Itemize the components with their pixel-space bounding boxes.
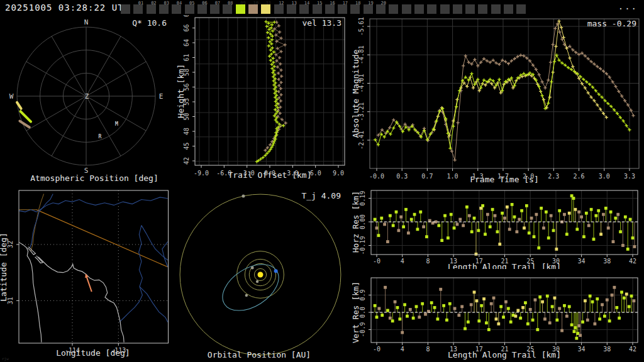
frame-box-14[interactable]: 14 — [299, 4, 309, 14]
y-tick: 66 — [183, 24, 190, 31]
frame-box[interactable] — [491, 4, 501, 14]
frame-box-04[interactable]: 04 — [172, 4, 181, 14]
frame-box[interactable] — [478, 4, 487, 14]
meteor-streaks — [17, 102, 31, 128]
grid — [371, 190, 638, 255]
frame-box-12[interactable]: 12 — [274, 4, 284, 14]
x-tick: 4 — [401, 346, 404, 353]
status-bar: 20251005 03:28:22 UTC 010203040506070809… — [0, 0, 644, 15]
lightcurve-cam10 — [377, 22, 635, 162]
x-tick: 34 — [578, 258, 586, 265]
y-tick: 61 — [183, 53, 190, 61]
frame-box-17[interactable]: 17 — [338, 4, 347, 14]
y-tick: 48 — [183, 128, 190, 135]
frame-box-label: 18 — [355, 1, 360, 6]
frame-box[interactable] — [414, 4, 424, 14]
x-tick: 38 — [603, 346, 611, 353]
x-tick: 2.3 — [548, 173, 559, 180]
x-axis-label: Length Along Trail [km] — [448, 350, 561, 359]
frame-box[interactable] — [453, 4, 462, 14]
x-axis-label: Trail Offset [km] — [228, 170, 311, 180]
frame-box[interactable] — [402, 4, 411, 14]
frame-box[interactable] — [440, 4, 450, 14]
planet-mercury — [256, 280, 258, 283]
panel-ground-track-map: -114-1133132Longitude [deg]Latitude [deg… — [0, 189, 176, 362]
frame-box[interactable] — [504, 4, 513, 14]
frame-box-label: 02 — [151, 1, 156, 6]
x-tick: -0 — [373, 258, 380, 265]
frame-box-label: 11 — [266, 1, 271, 6]
y-tick: 64 — [183, 39, 190, 47]
frame-box-20[interactable]: 20 — [376, 4, 386, 14]
sun-marker — [258, 272, 264, 278]
frame-box[interactable] — [465, 4, 475, 14]
annotation-tisserand: T_j 4.09 — [301, 191, 341, 200]
frame-box-label: 03 — [164, 1, 169, 6]
frame-box-01[interactable]: 01 — [133, 4, 143, 14]
frame-box[interactable] — [389, 4, 398, 14]
frame-box-03[interactable]: 03 — [159, 4, 169, 14]
frame-box-15[interactable]: 15 — [313, 4, 322, 14]
watermark: rjw — [2, 356, 9, 361]
frame-box-11[interactable]: 11 — [261, 4, 270, 14]
y-tick: 45 — [183, 142, 190, 150]
frame-box-13[interactable]: 13 — [287, 4, 296, 14]
frame-box-label: 07 — [215, 1, 220, 6]
streak-cam10 — [19, 121, 29, 128]
atmospheric-position-plot: NSEWZMRQ* 10.6Atmospheric Position [deg] — [0, 15, 176, 189]
x-tick: 42 — [629, 346, 636, 353]
x-tick: -9.0 — [194, 170, 209, 177]
x-tick: -0 — [373, 346, 380, 353]
frame-box-05[interactable]: 05 — [185, 4, 194, 14]
compass-zenith: Z — [85, 92, 89, 101]
frame-box-07[interactable]: 07 — [210, 4, 219, 14]
x-axis-label: Length Along Trail [km] — [448, 262, 561, 269]
frame-box-06[interactable]: 06 — [197, 4, 207, 14]
map-grid — [19, 190, 169, 343]
x-tick: 8 — [426, 258, 430, 265]
frame-box[interactable] — [427, 4, 436, 14]
x-tick: 42 — [629, 258, 636, 265]
frame-box-label: 13 — [291, 1, 296, 6]
x-tick: 34 — [578, 346, 586, 353]
map-layers — [19, 194, 168, 343]
x-tick: 2.6 — [574, 173, 585, 180]
streak-cam09 — [21, 111, 31, 122]
frame-box-02[interactable]: 02 — [147, 4, 156, 14]
orbital-position-plot: T_j 4.09Orbital Position [AU] — [176, 189, 352, 362]
y-tick: 42 — [183, 157, 190, 165]
panel-vert-residuals: -0481317212530343842-0.90.00.9Length Alo… — [352, 274, 644, 362]
frame-box-09[interactable]: 09 — [236, 4, 245, 14]
sky-marker-M: M — [115, 121, 118, 127]
frame-box-08[interactable]: 08 — [223, 4, 232, 14]
y-axis-label: Horz Res [km] — [352, 191, 360, 253]
y-axis-label: Vert Res [km] — [352, 282, 360, 343]
absolute-magnitude-plot: -0.00.30.71.01.31.72.02.32.63.03.3-5.61-… — [352, 15, 644, 189]
x-tick: -0.0 — [369, 173, 384, 180]
frame-box-16[interactable]: 16 — [325, 4, 335, 14]
river — [140, 287, 168, 322]
overflow-ellipsis[interactable]: ... — [618, 1, 638, 11]
annotation-vel: vel 13.3 — [302, 18, 341, 28]
frame-box-label: 20 — [381, 1, 386, 6]
frame-box[interactable] — [516, 4, 526, 14]
border-diagonal — [36, 210, 168, 267]
frame-box-label: 15 — [317, 1, 322, 6]
river — [86, 197, 168, 206]
x-axis-label: Longitude [deg] — [56, 348, 130, 358]
annotation-q: Q* 10.6 — [132, 18, 167, 28]
y-tick: 69 — [183, 15, 190, 17]
river — [119, 226, 143, 322]
horz-residual-plot: -0481317212530343842-0.190.000.19Length … — [352, 186, 644, 269]
frame-box[interactable] — [121, 4, 130, 14]
annotation-mass: mass -0.29 — [587, 19, 636, 28]
ground-track-map: -114-1133132Longitude [deg]Latitude [deg… — [0, 189, 176, 362]
frame-box-19[interactable]: 19 — [364, 4, 373, 14]
plot-title: Atmospheric Position [deg] — [30, 173, 158, 183]
timestamp: 20251005 03:28:22 UTC — [5, 3, 130, 13]
x-tick: 38 — [603, 258, 611, 265]
y-axis-label: Latitude [deg] — [0, 233, 8, 302]
frame-box-label: 06 — [202, 1, 207, 6]
frame-box-10[interactable]: 10 — [248, 4, 258, 14]
frame-box-18[interactable]: 18 — [350, 4, 360, 14]
